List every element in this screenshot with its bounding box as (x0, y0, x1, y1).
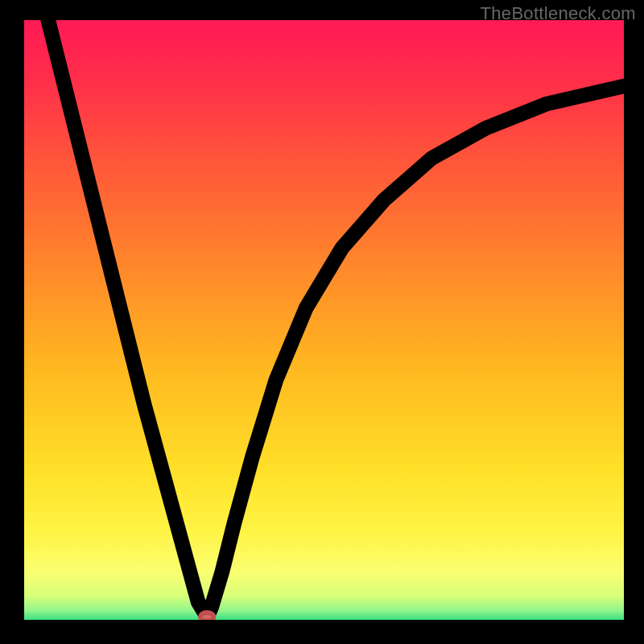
watermark-text: TheBottleneck.com (481, 3, 636, 24)
bottleneck-curve (24, 20, 624, 617)
minimum-point-marker (200, 613, 213, 620)
chart-curve-layer (24, 20, 624, 620)
chart-plot-area (24, 20, 624, 620)
